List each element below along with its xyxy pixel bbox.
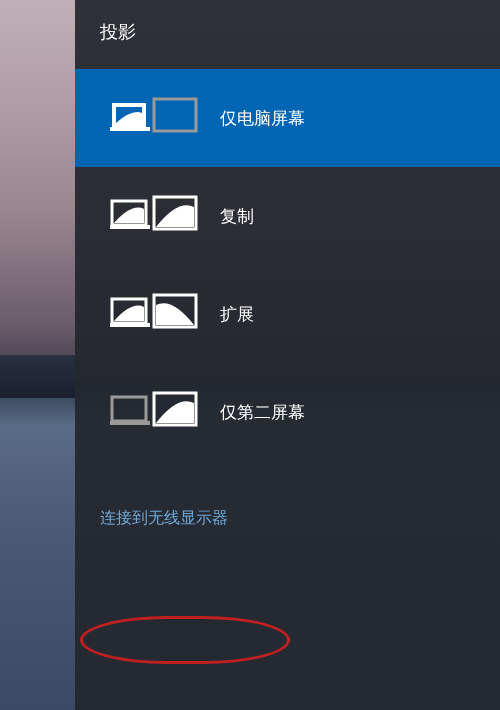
panel-title: 投影 — [75, 0, 500, 59]
duplicate-icon — [110, 195, 198, 237]
pc-screen-only-icon — [110, 97, 198, 139]
option-label: 复制 — [220, 205, 254, 228]
option-duplicate[interactable]: 复制 — [75, 167, 500, 265]
svg-rect-2 — [154, 99, 196, 131]
second-screen-only-icon — [110, 391, 198, 433]
option-label: 仅电脑屏幕 — [220, 107, 305, 130]
option-label: 仅第二屏幕 — [220, 401, 305, 424]
option-extend[interactable]: 扩展 — [75, 265, 500, 363]
option-pc-screen-only[interactable]: 仅电脑屏幕 — [75, 69, 500, 167]
svg-rect-7 — [112, 397, 146, 421]
project-options-list: 仅电脑屏幕 复制 — [75, 69, 500, 461]
extend-icon — [110, 293, 198, 335]
option-label: 扩展 — [220, 303, 254, 326]
connect-wireless-display-link[interactable]: 连接到无线显示器 — [75, 496, 253, 541]
option-second-screen-only[interactable]: 仅第二屏幕 — [75, 363, 500, 461]
project-panel: 投影 仅电脑屏幕 — [75, 0, 500, 710]
